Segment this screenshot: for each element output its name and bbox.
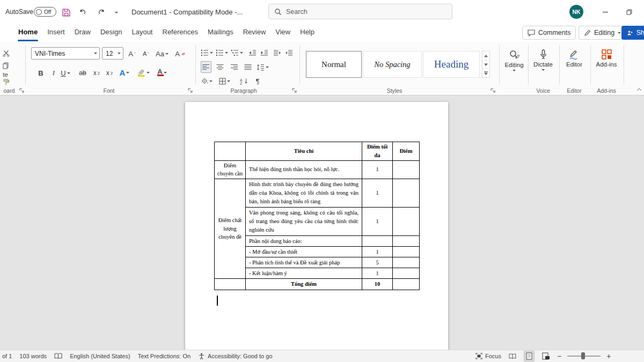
format-painter-button[interactable] xyxy=(1,76,11,88)
minimize-button[interactable] xyxy=(595,0,616,24)
criteria-cell[interactable]: Văn phong trong sáng, không có câu tối n… xyxy=(246,208,362,236)
subscript-button[interactable]: x2 xyxy=(91,67,102,79)
editing-mode-button[interactable]: Editing xyxy=(579,26,626,40)
comments-button[interactable]: Comments xyxy=(522,26,576,40)
ltr-text-direction-button[interactable] xyxy=(272,47,282,58)
tab-review[interactable]: Review xyxy=(238,24,271,42)
tab-help[interactable]: Help xyxy=(295,24,319,42)
dictate-button[interactable]: Dictate xyxy=(529,45,557,85)
tab-layout[interactable]: Layout xyxy=(127,24,157,42)
text-effects-button[interactable]: A xyxy=(119,67,130,78)
score-cell[interactable] xyxy=(393,257,420,268)
styles-scroll-up-button[interactable] xyxy=(482,51,489,60)
font-name-combo[interactable]: VNI-Times xyxy=(31,47,100,60)
page-indicator[interactable]: of 1 xyxy=(2,353,12,359)
criteria-cell[interactable]: Hình thức trình bày chuyên đề đúng theo … xyxy=(246,179,362,208)
change-case-button[interactable]: Aa xyxy=(156,48,169,60)
share-button[interactable]: Sha xyxy=(621,26,644,40)
bullets-button[interactable] xyxy=(201,47,213,58)
restore-button[interactable] xyxy=(618,0,640,24)
clipboard-dialog-launcher[interactable] xyxy=(19,88,24,93)
clear-formatting-button[interactable]: A xyxy=(175,48,186,60)
editor-button[interactable]: Editor xyxy=(560,45,588,85)
header-score[interactable]: Điểm xyxy=(393,142,420,161)
criteria-cell[interactable]: - Phân tích tình thể và Đề xuất giải phá… xyxy=(246,257,362,268)
total-empty-cell[interactable] xyxy=(215,279,246,290)
web-layout-button[interactable] xyxy=(540,351,551,361)
numbering-button[interactable] xyxy=(216,47,228,58)
score-cell[interactable] xyxy=(393,236,420,247)
zoom-in-button[interactable]: + xyxy=(606,352,611,360)
align-right-button[interactable] xyxy=(229,61,239,73)
redo-button[interactable] xyxy=(96,6,107,18)
criteria-cell[interactable]: - Kết luận/hàm ý xyxy=(246,268,362,279)
max-cell[interactable]: 5 xyxy=(362,257,393,268)
total-label-cell[interactable]: Tổng điểm xyxy=(246,279,362,290)
max-cell[interactable]: 1 xyxy=(362,268,393,279)
criteria-cell[interactable]: Phần nội dung báo cáo: xyxy=(246,236,362,247)
header-max-score[interactable]: Điểm tối đa xyxy=(362,142,393,161)
borders-button[interactable] xyxy=(219,75,230,87)
superscript-button[interactable]: x2 xyxy=(104,67,115,79)
zoom-slider-thumb[interactable] xyxy=(581,352,585,359)
tab-insert[interactable]: Insert xyxy=(42,24,70,42)
decrease-indent-button[interactable] xyxy=(247,47,258,58)
read-mode-button[interactable] xyxy=(507,351,518,361)
justify-button[interactable] xyxy=(243,61,253,73)
max-cell[interactable]: 1 xyxy=(362,179,393,208)
style-normal[interactable]: Normal xyxy=(306,51,362,78)
tab-view[interactable]: View xyxy=(270,24,295,42)
sort-button[interactable]: AZ xyxy=(238,75,249,87)
save-button[interactable] xyxy=(60,6,72,18)
search-input[interactable] xyxy=(286,8,447,16)
cut-button[interactable] xyxy=(1,47,11,59)
style-heading[interactable]: Heading xyxy=(423,51,480,78)
font-dialog-launcher[interactable] xyxy=(188,88,193,93)
header-criteria[interactable]: Tiêu chí xyxy=(246,142,362,161)
search-box[interactable] xyxy=(268,4,452,19)
section2-label-cell[interactable]: Điểm chất lượng chuyên đề xyxy=(215,179,246,279)
print-layout-button[interactable] xyxy=(524,351,535,361)
document-title[interactable]: Document1 - Compatibility Mode -... xyxy=(131,8,243,16)
strikethrough-button[interactable]: ab xyxy=(77,67,88,79)
header-empty-cell[interactable] xyxy=(215,142,246,161)
focus-button[interactable]: Focus xyxy=(475,353,501,359)
show-formatting-marks-button[interactable]: ¶ xyxy=(252,75,263,87)
bold-button[interactable]: B xyxy=(35,67,46,79)
language-indicator[interactable]: English (United States) xyxy=(70,353,130,359)
rtl-text-direction-button[interactable] xyxy=(283,47,294,58)
criteria-cell[interactable]: Thể hiện đúng tinh thần học hỏi, nỗ lực. xyxy=(246,160,362,179)
shrink-font-button[interactable]: Aˇ xyxy=(141,48,151,60)
autosave-toggle[interactable]: Off xyxy=(34,7,56,17)
zoom-slider[interactable] xyxy=(567,356,601,357)
score-cell[interactable] xyxy=(393,179,420,208)
max-cell[interactable]: 1 xyxy=(362,160,393,179)
zoom-out-button[interactable]: − xyxy=(557,352,561,360)
align-left-button[interactable] xyxy=(201,61,211,73)
section1-label-cell[interactable]: Điểm chuyên cần xyxy=(215,160,246,179)
shading-button[interactable] xyxy=(201,75,213,87)
style-no-spacing[interactable]: No Spacing xyxy=(363,51,422,78)
collapse-ribbon-button[interactable] xyxy=(636,88,642,91)
score-cell[interactable] xyxy=(393,208,420,236)
grow-font-button[interactable]: Aˆ xyxy=(127,48,137,60)
quick-access-menu-button[interactable] xyxy=(111,6,122,18)
highlight-button[interactable] xyxy=(137,67,150,78)
avatar[interactable]: NK xyxy=(569,5,583,19)
criteria-cell[interactable]: - Mở đầu/sự cần thiết xyxy=(246,247,362,257)
italic-button[interactable]: I xyxy=(48,67,59,79)
editing-group-button[interactable]: Editing xyxy=(500,45,528,85)
tab-design[interactable]: Design xyxy=(96,24,127,42)
tab-draw[interactable]: Draw xyxy=(70,24,96,42)
max-cell[interactable] xyxy=(362,236,393,247)
document-canvas[interactable]: Tiêu chí Điểm tối đa Điểm Điểm chuyên cầ… xyxy=(0,95,644,350)
paragraph-dialog-launcher[interactable] xyxy=(292,88,297,93)
tab-home[interactable]: Home xyxy=(13,24,42,42)
styles-scroll-down-button[interactable] xyxy=(482,60,489,69)
score-cell[interactable] xyxy=(393,268,420,279)
addins-button[interactable]: Add-ins xyxy=(591,45,621,85)
max-cell[interactable]: 1 xyxy=(362,247,393,257)
underline-button[interactable]: U xyxy=(60,67,71,79)
multilevel-list-button[interactable] xyxy=(231,47,243,58)
align-center-button[interactable] xyxy=(215,61,225,73)
